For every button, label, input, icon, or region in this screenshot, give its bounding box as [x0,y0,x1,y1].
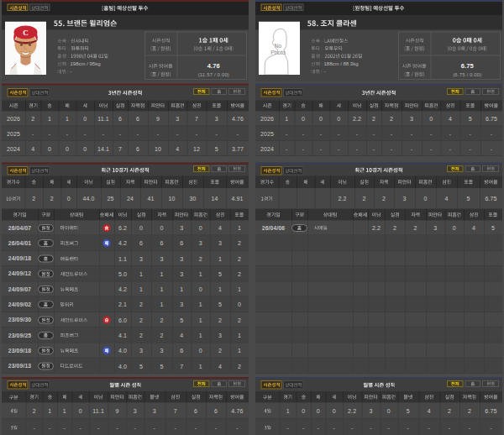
svg-text:Photo: Photo [270,50,286,55]
svg-text:C: C [23,29,29,37]
svg-text:No: No [275,43,282,49]
